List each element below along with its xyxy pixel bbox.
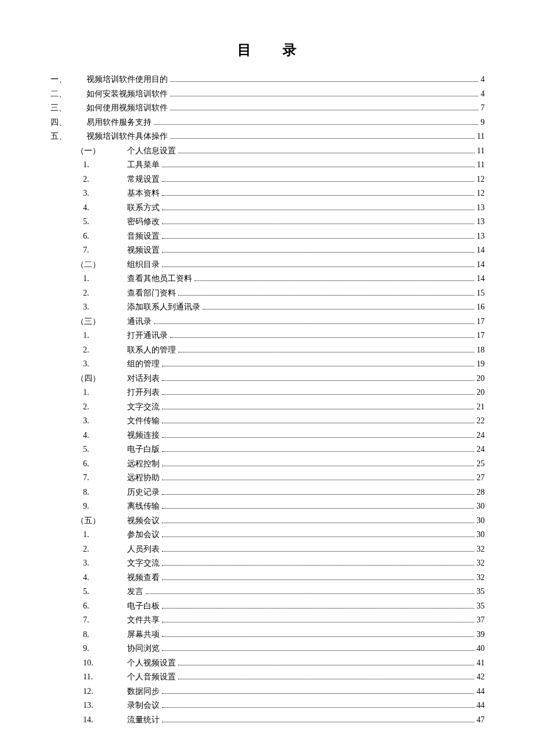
toc-entry[interactable]: 3.组的管理19 [49, 360, 485, 368]
toc-entry[interactable]: 二、如何安装视频培训软件4 [49, 90, 485, 98]
toc-marker: 13. [49, 701, 93, 710]
toc-leader-dots [178, 352, 474, 352]
toc-label: 协同浏览 [127, 645, 160, 653]
toc-page-number: 12 [477, 189, 485, 197]
toc-entry[interactable]: 9.离线传输30 [49, 502, 485, 510]
toc-entry[interactable]: 14.流量统计47 [49, 716, 485, 724]
toc-entry[interactable]: 4.联系方式13 [49, 204, 485, 212]
toc-label: 视频培训软件使用目的 [86, 75, 168, 84]
toc-entry[interactable]: 5.电子白版24 [49, 445, 485, 453]
toc-label: 视频设置 [127, 246, 160, 254]
toc-label: 音频设置 [127, 232, 160, 240]
toc-label: 易用软件服务支持 [86, 118, 151, 127]
toc-label: 工具菜单 [127, 161, 160, 169]
toc-label: 远程协助 [127, 474, 160, 482]
toc-entry[interactable]: 10.个人视频设置41 [49, 659, 485, 667]
toc-leader-dots [170, 337, 474, 338]
toc-leader-dots [162, 181, 474, 182]
toc-leader-dots [162, 167, 475, 167]
toc-entry[interactable]: 2.联系人的管理18 [49, 346, 485, 354]
toc-entry[interactable]: 7.文件共享37 [49, 616, 485, 624]
toc-leader-dots [170, 110, 478, 110]
toc-marker: 二、 [49, 90, 86, 98]
toc-leader-dots [162, 238, 474, 239]
toc-label: 查看部门资料 [127, 289, 176, 297]
toc-leader-dots [162, 565, 474, 566]
toc-leader-dots [154, 323, 474, 324]
toc-entry[interactable]: 1.参加会议30 [49, 531, 485, 539]
toc-marker: 3. [49, 189, 93, 197]
toc-label: 常规设置 [127, 175, 160, 183]
toc-leader-dots [162, 195, 474, 196]
toc-page-number: 30 [477, 531, 485, 539]
toc-entry[interactable]: （五）视频会议30 [49, 517, 485, 525]
toc-entry[interactable]: 6.远程控制25 [49, 460, 485, 468]
toc-entry[interactable]: （一）个人信息设置11 [49, 147, 485, 155]
toc-entry[interactable]: 5.密码修改13 [49, 218, 485, 226]
toc-entry[interactable]: 9.协同浏览40 [49, 645, 485, 653]
toc-entry[interactable]: 3.基本资料12 [49, 189, 485, 197]
toc-marker: 7. [49, 474, 93, 482]
toc-entry[interactable]: 13.录制会议44 [49, 701, 485, 710]
toc-entry[interactable]: 3.文件传输22 [49, 417, 485, 425]
toc-page-number: 11 [477, 161, 485, 169]
toc-entry[interactable]: 11.个人音频设置42 [49, 673, 485, 681]
toc-page-number: 27 [477, 474, 485, 482]
toc-entry[interactable]: 8.历史记录28 [49, 488, 485, 496]
toc-entry[interactable]: 3.添加联系人到通讯录16 [49, 303, 485, 311]
toc-label: 如何使用视频培训软件 [86, 104, 168, 112]
toc-entry[interactable]: （四）对话列表20 [49, 375, 485, 383]
toc-page-number: 13 [477, 204, 485, 212]
toc-entry[interactable]: （三）通讯录17 [49, 318, 485, 326]
toc-marker: （一） [49, 147, 103, 155]
toc-label: 流量统计 [127, 716, 160, 724]
toc-label: 视频连接 [127, 431, 160, 440]
toc-entry[interactable]: （二）组织目录14 [49, 261, 485, 269]
toc-marker: 1. [49, 275, 93, 283]
toc-leader-dots [178, 153, 475, 153]
toc-entry[interactable]: 6.电子白板35 [49, 602, 485, 610]
toc-page-number: 17 [477, 332, 485, 340]
toc-entry[interactable]: 2.文字交流21 [49, 403, 485, 411]
toc-leader-dots [178, 665, 474, 665]
toc-marker: （二） [49, 261, 103, 269]
toc-page-number: 42 [477, 673, 485, 681]
toc-label: 电子白板 [127, 602, 160, 610]
toc-entry[interactable]: 三、如何使用视频培训软件7 [49, 104, 485, 112]
toc-entry[interactable]: 12.数据同步44 [49, 687, 485, 696]
toc-leader-dots [162, 722, 474, 722]
toc-page-number: 35 [477, 588, 485, 596]
toc-label: 文字交流 [127, 559, 160, 567]
toc-entry[interactable]: 五、视频培训软件具体操作11 [49, 132, 485, 141]
toc-marker: 五、 [49, 132, 86, 141]
toc-entry[interactable]: 2.查看部门资料15 [49, 289, 485, 297]
toc-marker: 9. [49, 645, 93, 653]
toc-title: 目 录 [49, 41, 485, 59]
toc-entry[interactable]: 一、视频培训软件使用目的4 [49, 75, 485, 84]
toc-entry[interactable]: 4.视频查看32 [49, 574, 485, 582]
toc-leader-dots [162, 394, 474, 395]
toc-entry[interactable]: 四、易用软件服务支持9 [49, 118, 485, 127]
toc-entry[interactable]: 1.打开通讯录17 [49, 332, 485, 340]
toc-page-number: 14 [477, 275, 485, 283]
toc-leader-dots [162, 267, 474, 267]
toc-page-number: 11 [477, 132, 485, 141]
toc-entry[interactable]: 3.文字交流32 [49, 559, 485, 567]
toc-entry[interactable]: 7.视频设置14 [49, 246, 485, 254]
toc-entry[interactable]: 1.打开列表20 [49, 388, 485, 397]
toc-entry[interactable]: 5.发言35 [49, 588, 485, 596]
toc-page-number: 32 [477, 559, 485, 567]
toc-entry[interactable]: 6.音频设置13 [49, 232, 485, 240]
toc-page-number: 4 [481, 90, 485, 98]
toc-label: 如何安装视频培训软件 [86, 90, 168, 98]
toc-entry[interactable]: 7.远程协助27 [49, 474, 485, 482]
toc-page-number: 44 [477, 687, 485, 696]
toc-entry[interactable]: 2.常规设置12 [49, 175, 485, 183]
toc-entry[interactable]: 1.查看其他员工资料14 [49, 275, 485, 283]
toc-entry[interactable]: 1.工具菜单11 [49, 161, 485, 169]
toc-label: 联系人的管理 [127, 346, 176, 354]
toc-entry[interactable]: 4.视频连接24 [49, 431, 485, 440]
toc-entry[interactable]: 2.人员列表32 [49, 545, 485, 553]
toc-label: 打开通讯录 [127, 332, 168, 340]
toc-entry[interactable]: 8.屏幕共项39 [49, 631, 485, 639]
